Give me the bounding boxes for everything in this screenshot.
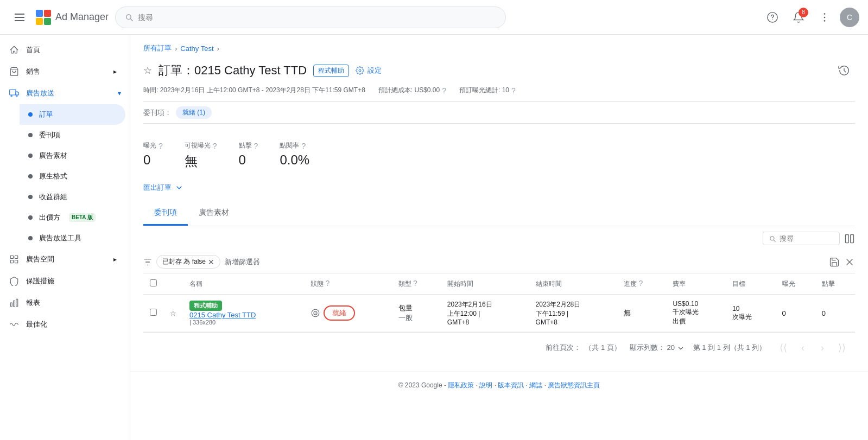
col-end-time: 結束時間 [529, 273, 618, 295]
more-options-button[interactable] [814, 7, 835, 28]
sidebar-item-protection[interactable]: 保護措施 [0, 270, 125, 292]
order-time: 時間: 2023年2月16日 上午12:00 GMT+8 - 2023年2月28… [143, 86, 365, 95]
footer-blog[interactable]: 網誌 [529, 381, 542, 389]
dot-icon-native [28, 174, 33, 178]
sidebar-label-home: 首頁 [26, 45, 40, 55]
rows-label: 顯示列數： 20 [630, 343, 685, 353]
stat-ctr-label: 點閱率 [280, 141, 299, 150]
history-button[interactable] [833, 60, 855, 81]
last-page-button[interactable]: ⟩⟩ [833, 339, 851, 356]
sidebar-label-sales: 銷售 [26, 67, 40, 76]
rows-dropdown-icon[interactable] [677, 345, 685, 352]
help-icon-status[interactable]: ? [325, 279, 330, 288]
settings-button[interactable]: 設定 [356, 66, 382, 75]
svg-point-20 [315, 313, 316, 314]
help-icon-progress[interactable]: ? [639, 279, 643, 288]
content-area: 所有訂單 › Cathy Test › ☆ 訂單：0215 Cathy Test… [130, 35, 868, 440]
sidebar-item-optimize[interactable]: 最佳化 [0, 314, 125, 335]
logo-icon [36, 10, 51, 25]
svg-rect-13 [14, 301, 15, 307]
svg-point-6 [11, 95, 12, 97]
filter-chip[interactable]: 已封存 為 false ✕ [156, 255, 220, 269]
range-label: 第 1 到 1 列（共 1 列） [693, 343, 766, 353]
row-name-link[interactable]: 0215 Cathy Test TTD [189, 311, 256, 319]
search-input[interactable] [138, 13, 497, 22]
col-name: 名稱 [183, 273, 304, 295]
stat-viewable-value: 無 [185, 152, 217, 170]
close-filter-icon[interactable] [844, 257, 855, 267]
select-all-checkbox[interactable] [150, 279, 157, 286]
estimated-impressions: 預訂曝光總計: 10 ? [459, 86, 516, 95]
add-filter-button[interactable]: 新增篩選器 [225, 257, 260, 267]
row-star-cell[interactable]: ☆ [163, 295, 183, 332]
breadcrumb-current[interactable]: Cathy Test [180, 44, 213, 53]
footer-ad-status[interactable]: 廣告狀態資訊主頁 [548, 381, 600, 389]
help-button[interactable] [762, 7, 783, 28]
tab-creatives[interactable]: 廣告素材 [188, 201, 240, 226]
help-icon-imp[interactable]: ? [159, 142, 163, 150]
footer-privacy[interactable]: 隱私政策 [448, 381, 474, 389]
programmatic-badge[interactable]: 程式輔助 [313, 65, 349, 77]
chevron-right-icon: ▸ [113, 68, 117, 75]
star-icon[interactable]: ☆ [143, 65, 152, 76]
avatar[interactable]: C [840, 8, 859, 27]
save-filter-icon[interactable] [829, 257, 840, 267]
col-checkbox [143, 273, 163, 295]
filter-chip-close[interactable]: ✕ [208, 258, 214, 266]
breadcrumb-all-orders[interactable]: 所有訂單 [143, 43, 172, 53]
export-button[interactable]: 匯出訂單 [143, 183, 183, 193]
svg-rect-9 [15, 256, 18, 258]
stat-ctr: 點閱率 ? 0.0% [280, 141, 309, 170]
sidebar-item-native[interactable]: 原生格式 [20, 166, 125, 187]
col-progress: 進度 ? [617, 273, 666, 295]
sidebar-label-ad-space: 廣告空間 [26, 254, 54, 264]
next-page-button[interactable]: › [814, 339, 831, 356]
sidebar-item-line-items[interactable]: 委刊項 [20, 125, 125, 145]
sidebar-item-creatives[interactable]: 廣告素材 [20, 145, 125, 166]
cart-icon [9, 66, 20, 77]
row-checkbox-cell[interactable] [143, 295, 163, 332]
sidebar-item-sales[interactable]: 銷售 ▸ [0, 61, 125, 82]
sidebar-item-ad-delivery[interactable]: 廣告放送 ▾ [0, 82, 130, 104]
prev-page-button[interactable]: ‹ [794, 339, 812, 356]
search-bar[interactable] [115, 7, 506, 28]
row-star-icon[interactable]: ☆ [170, 309, 176, 317]
columns-icon[interactable] [844, 233, 855, 244]
help-icon-ctr[interactable]: ? [301, 142, 306, 150]
search-small-icon [769, 235, 776, 243]
help-icon-clicks[interactable]: ? [254, 142, 258, 150]
sidebar-item-orders[interactable]: 訂單 [20, 104, 125, 125]
sidebar-item-bidders[interactable]: 出價方 BETA 版 [20, 207, 125, 228]
sidebar-item-ad-tools[interactable]: 廣告放送工具 [20, 228, 125, 248]
page-navigation: ⟨⟨ ‹ › ⟩⟩ [775, 339, 851, 356]
table-search-bar[interactable] [763, 232, 840, 245]
first-page-button[interactable]: ⟨⟨ [775, 339, 792, 356]
menu-button[interactable] [9, 7, 30, 28]
col-type: 類型 ? [392, 273, 441, 295]
sidebar-item-home[interactable]: 首頁 [0, 39, 125, 61]
notifications-button[interactable]: 8 [788, 7, 809, 28]
line-items-table: 名稱 狀態 ? 類型 ? 開始時間 [143, 273, 855, 332]
svg-point-7 [16, 95, 17, 97]
chevron-right-icon-adspace: ▸ [113, 256, 117, 263]
shield-icon [9, 276, 20, 286]
footer-help[interactable]: 說明 [479, 381, 492, 389]
tab-line-items[interactable]: 委刊項 [143, 201, 188, 226]
status-tag[interactable]: 就緒 (1) [176, 106, 212, 119]
row-impressions-cell: 0 [776, 295, 815, 332]
footer-version[interactable]: 版本資訊 [498, 381, 524, 389]
help-icon-impressions[interactable]: ? [511, 86, 516, 95]
row-checkbox[interactable] [150, 309, 157, 316]
table-search-input[interactable] [780, 234, 834, 243]
help-icon-type[interactable]: ? [413, 279, 417, 288]
row-progress: 無 [624, 309, 631, 317]
dot-icon-creatives [28, 154, 33, 158]
sidebar-item-audiences[interactable]: 收益群組 [20, 187, 125, 207]
breadcrumb-separator: › [175, 44, 177, 53]
row-impressions: 0 [782, 309, 786, 317]
help-icon-view[interactable]: ? [213, 142, 217, 150]
filter-chip-label: 已封存 為 false [162, 257, 206, 266]
sidebar-item-ad-space[interactable]: 廣告空間 ▸ [0, 248, 125, 270]
sidebar-item-reports[interactable]: 報表 [0, 292, 125, 314]
help-icon-cost[interactable]: ? [442, 86, 446, 95]
